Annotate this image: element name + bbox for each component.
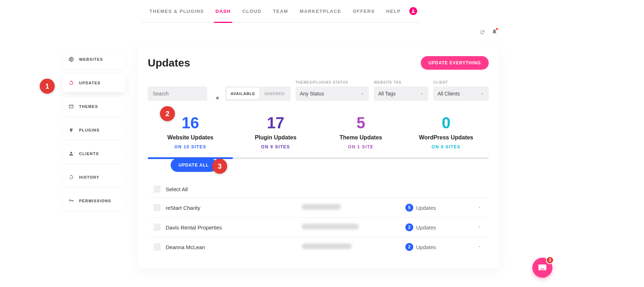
nav-dash[interactable]: DASH bbox=[210, 0, 236, 23]
sidebar-label: PLUGINS bbox=[79, 128, 99, 132]
updates-count: 5 Updates bbox=[405, 204, 476, 212]
sidebar-label: WEBSITES bbox=[79, 57, 103, 61]
refresh-icon[interactable] bbox=[479, 29, 485, 35]
nav-offers[interactable]: OFFERS bbox=[347, 0, 381, 23]
filter-label: CLIENT bbox=[433, 80, 489, 84]
stat-sublabel: ON 1 SITE bbox=[318, 144, 404, 149]
updates-text: Updates bbox=[416, 224, 436, 231]
user-icon bbox=[411, 9, 416, 14]
chevron-down-icon bbox=[420, 91, 424, 96]
stat-website-updates[interactable]: 16 Website Updates ON 10 SITES bbox=[148, 111, 233, 157]
expand-row[interactable] bbox=[476, 204, 483, 211]
stat-number: 16 bbox=[148, 115, 233, 131]
user-avatar-button[interactable] bbox=[409, 7, 417, 15]
expand-row[interactable] bbox=[476, 244, 483, 250]
chevron-down-icon bbox=[480, 91, 484, 96]
main-panel: Updates UPDATE EVERYTHING AVAILABLE IGNO… bbox=[138, 45, 499, 268]
sidebar-item-plugins[interactable]: PLUGINS bbox=[63, 121, 125, 139]
filter-label: THEMES/PLUGINS STATUS bbox=[296, 80, 369, 84]
status-select[interactable]: Any Status bbox=[296, 86, 369, 101]
site-row[interactable]: Davis Rental Properties 2 Updates bbox=[148, 217, 489, 237]
sidebar-item-history[interactable]: HISTORY bbox=[63, 168, 125, 187]
history-icon bbox=[68, 174, 74, 180]
page-header: Updates UPDATE EVERYTHING bbox=[148, 56, 489, 70]
updates-count: 2 Updates bbox=[405, 223, 476, 231]
star-icon[interactable] bbox=[215, 95, 220, 101]
count-badge: 5 bbox=[405, 204, 413, 212]
update-all-button[interactable]: UPDATE ALL bbox=[171, 158, 217, 172]
update-everything-button[interactable]: UPDATE EVERYTHING bbox=[421, 56, 489, 70]
tag-select[interactable]: All Tags bbox=[374, 86, 428, 101]
page-title: Updates bbox=[148, 57, 190, 69]
sidebar-item-websites[interactable]: WEBSITES bbox=[63, 50, 125, 69]
key-icon bbox=[68, 198, 74, 204]
chat-bubble-button[interactable]: 3 bbox=[532, 258, 552, 278]
sidebar-item-permissions[interactable]: PERMISSIONS bbox=[63, 192, 125, 210]
sidebar-item-updates[interactable]: UPDATES bbox=[63, 74, 125, 92]
toggle-ignored[interactable]: IGNORED bbox=[260, 88, 289, 99]
sidebar: WEBSITES UPDATES THEMES PLUGINS CLIENTS … bbox=[63, 50, 125, 210]
stat-label: Website Updates bbox=[148, 134, 233, 141]
globe-icon bbox=[68, 56, 74, 62]
stat-sublabel: ON 10 SITES bbox=[148, 144, 233, 149]
toggle-available[interactable]: AVAILABLE bbox=[226, 88, 260, 99]
stat-label: WordPress Updates bbox=[404, 134, 489, 141]
site-name: Deanna McLean bbox=[166, 244, 302, 250]
site-row[interactable]: Deanna McLean 2 Updates bbox=[148, 237, 489, 257]
stats-row: 16 Website Updates ON 10 SITES 17 Plugin… bbox=[148, 111, 489, 157]
nav-cloud[interactable]: CLOUD bbox=[236, 0, 267, 23]
nav-team[interactable]: TEAM bbox=[267, 0, 294, 23]
chevron-down-icon bbox=[360, 91, 365, 96]
notifications-button[interactable] bbox=[492, 29, 497, 36]
row-checkbox[interactable] bbox=[153, 224, 161, 231]
search-wrap bbox=[148, 86, 207, 101]
site-name: Davis Rental Properties bbox=[166, 224, 302, 231]
sidebar-item-themes[interactable]: THEMES bbox=[63, 97, 125, 116]
available-ignored-toggle: AVAILABLE IGNORED bbox=[225, 86, 291, 101]
nav-help[interactable]: HELP bbox=[381, 0, 407, 23]
sidebar-label: CLIENTS bbox=[79, 152, 99, 156]
chevron-down-icon bbox=[477, 205, 482, 209]
notification-dot bbox=[496, 28, 498, 30]
stat-number: 5 bbox=[318, 115, 404, 131]
stat-sublabel: ON 9 SITES bbox=[233, 144, 318, 149]
count-badge: 2 bbox=[405, 223, 413, 231]
updates-count: 2 Updates bbox=[405, 243, 476, 251]
stat-plugin-updates[interactable]: 17 Plugin Updates ON 9 SITES bbox=[233, 111, 318, 157]
filter-tag: WEBSITE TAG All Tags bbox=[374, 80, 428, 101]
sidebar-label: PERMISSIONS bbox=[79, 199, 111, 203]
stat-theme-updates[interactable]: 5 Theme Updates ON 1 SITE bbox=[318, 111, 404, 157]
stat-number: 0 bbox=[404, 115, 489, 131]
window-icon bbox=[68, 104, 74, 109]
annotation-2: 2 bbox=[160, 106, 175, 121]
filter-label: WEBSITE TAG bbox=[374, 80, 428, 84]
top-nav: THEMES & PLUGINS DASH CLOUD TEAM MARKETP… bbox=[141, 0, 420, 23]
row-checkbox[interactable] bbox=[153, 243, 161, 251]
select-all-checkbox[interactable] bbox=[153, 185, 161, 193]
filter-client: CLIENT All Clients bbox=[433, 80, 489, 101]
filters-row: AVAILABLE IGNORED THEMES/PLUGINS STATUS … bbox=[148, 80, 489, 101]
stat-wordpress-updates[interactable]: 0 WordPress Updates ON 0 SITES bbox=[404, 111, 489, 157]
nav-marketplace[interactable]: MARKETPLACE bbox=[294, 0, 347, 23]
nav-themes-plugins[interactable]: THEMES & PLUGINS bbox=[144, 0, 210, 23]
expand-row[interactable] bbox=[476, 224, 483, 231]
update-all-row: UPDATE ALL bbox=[148, 158, 489, 172]
stat-label: Theme Updates bbox=[318, 134, 404, 141]
client-select[interactable]: All Clients bbox=[433, 86, 489, 101]
annotation-3: 3 bbox=[212, 159, 227, 174]
search-input[interactable] bbox=[153, 91, 202, 97]
chevron-down-icon bbox=[477, 244, 482, 249]
site-row[interactable]: reStart Charity 5 Updates bbox=[148, 198, 489, 217]
stat-label: Plugin Updates bbox=[233, 134, 318, 141]
filter-status: THEMES/PLUGINS STATUS Any Status bbox=[296, 80, 369, 101]
user-icon bbox=[68, 151, 74, 157]
row-checkbox[interactable] bbox=[153, 204, 161, 211]
refresh-icon bbox=[68, 80, 74, 86]
sidebar-item-clients[interactable]: CLIENTS bbox=[63, 144, 125, 163]
count-badge: 2 bbox=[405, 243, 413, 251]
site-name: reStart Charity bbox=[166, 205, 302, 211]
plug-icon bbox=[68, 127, 74, 133]
select-all-label: Select All bbox=[166, 186, 188, 192]
site-url bbox=[302, 224, 405, 231]
sidebar-label: THEMES bbox=[79, 104, 98, 109]
